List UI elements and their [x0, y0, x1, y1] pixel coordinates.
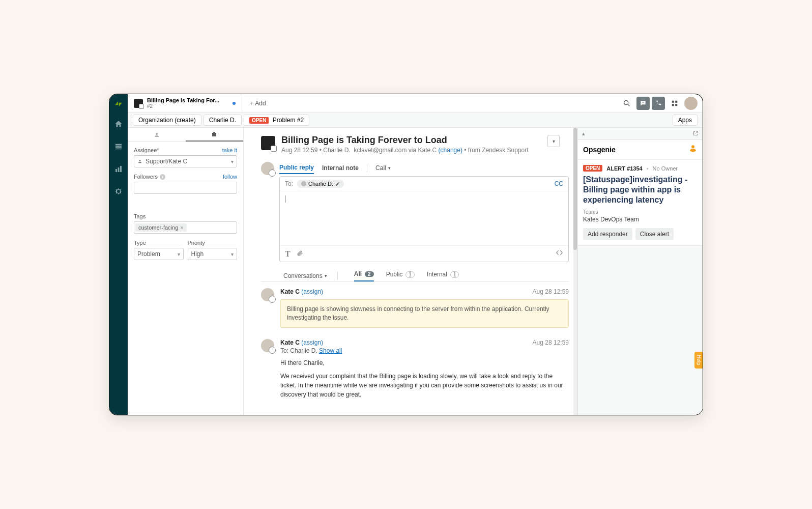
crumb-ticket[interactable]: OPEN Problem #2 [244, 115, 309, 126]
alert-status-badge: OPEN [583, 165, 602, 172]
tags-input[interactable]: customer-facing× [134, 221, 237, 234]
call-tab[interactable]: Call▾ [375, 164, 391, 172]
conv-tab-public[interactable]: Public1 [386, 270, 415, 281]
message-public-reply: Kate C (assign) Aug 28 12:59 To: Charlie… [244, 333, 577, 399]
popout-button[interactable] [692, 129, 699, 138]
requester-tab[interactable] [128, 128, 186, 142]
phone-button[interactable] [652, 97, 665, 110]
ticket-tab-side[interactable] [186, 128, 244, 142]
apps-grid-button[interactable] [668, 97, 681, 110]
tag-chip[interactable]: customer-facing× [135, 223, 187, 232]
chevron-down-icon: ▾ [553, 138, 555, 144]
unsaved-indicator-icon [233, 102, 236, 105]
message-timestamp: Aug 28 12:59 [533, 339, 569, 346]
add-tab-button[interactable]: + Add [242, 100, 273, 107]
chat-button[interactable] [636, 97, 650, 110]
follow-link[interactable]: follow [223, 174, 237, 180]
crumb-organization[interactable]: Organization (create) [133, 115, 201, 126]
internal-note-body: Billing page is showing slowness in conn… [280, 299, 569, 328]
ticket-meta: Aug 28 12:59 • Charlie D. kclavet@gmail.… [281, 147, 541, 154]
public-reply-tab[interactable]: Public reply [279, 162, 314, 174]
teams-label: Teams [583, 209, 698, 215]
chevron-down-icon: ▾ [231, 159, 234, 164]
home-icon[interactable] [114, 120, 123, 131]
svg-rect-11 [675, 100, 677, 102]
add-label: Add [255, 100, 266, 107]
ticket-tab[interactable]: Billing Page is Taking For... #2 [128, 94, 242, 112]
assign-link[interactable]: (assign) [301, 339, 323, 346]
take-it-link[interactable]: take it [222, 147, 237, 153]
assign-link[interactable]: (assign) [301, 288, 323, 295]
tab-subtitle: #2 [147, 103, 219, 109]
assignee-select[interactable]: Support/Kate C ▾ [134, 155, 237, 167]
user-avatar[interactable] [684, 97, 698, 110]
zendesk-logo-icon [114, 99, 123, 108]
close-alert-button[interactable]: Close alert [635, 228, 674, 240]
tags-label: Tags [134, 213, 146, 219]
teams-value: Kates DevOps Team [583, 216, 698, 223]
svg-point-6 [624, 100, 628, 104]
reports-icon[interactable] [114, 164, 123, 176]
author-name: Kate C [280, 339, 300, 346]
help-tab[interactable]: Help [694, 352, 703, 369]
count-all: 2 [365, 271, 374, 277]
collapse-apps-button[interactable]: ▴ [582, 130, 585, 137]
views-icon[interactable] [114, 142, 123, 153]
svg-point-18 [691, 145, 694, 148]
reply-to-line: To: Charlie D. Show all [280, 347, 569, 354]
reply-textarea[interactable] [280, 191, 568, 245]
svg-point-17 [139, 160, 140, 161]
svg-rect-16 [213, 132, 215, 133]
author-avatar [261, 288, 274, 301]
tag-text: customer-facing [138, 224, 178, 231]
ticket-title: Billing Page is Taking Forever to Load [281, 135, 541, 146]
followers-input[interactable] [134, 182, 237, 194]
recipient-chip[interactable]: Charlie D. [297, 180, 344, 188]
remove-tag-icon[interactable]: × [180, 224, 183, 231]
change-requester-link[interactable]: (change) [439, 147, 462, 154]
crumb-ticket-label: Problem #2 [273, 117, 304, 124]
priority-select[interactable]: High▾ [188, 248, 238, 260]
ticket-actions-menu[interactable]: ▾ [547, 135, 560, 147]
count-internal: 1 [450, 271, 459, 278]
reply-composer: To: Charlie D. CC T [279, 176, 569, 262]
type-select[interactable]: Problem▾ [134, 248, 184, 260]
apps-toggle-button[interactable]: Apps [673, 115, 698, 126]
opsgenie-app-card: Opsgenie OPEN ALERT #1354 • No Owner [St… [578, 140, 703, 246]
ticket-icon [134, 99, 143, 108]
attachment-button[interactable] [297, 249, 303, 259]
apps-panel: ▴ Opsgenie OPEN ALERT #1354 • No Owner [577, 128, 703, 415]
left-nav [109, 94, 128, 415]
svg-rect-3 [115, 169, 117, 172]
message-internal-note: Kate C (assign) Aug 28 12:59 Billing pag… [244, 282, 577, 328]
search-button[interactable] [620, 97, 633, 110]
edit-icon[interactable] [335, 182, 340, 186]
conversations-dropdown[interactable]: Conversations▾ [283, 272, 327, 279]
internal-note-tab[interactable]: Internal note [322, 162, 359, 174]
add-responder-button[interactable]: Add responder [583, 228, 632, 240]
scrollbar-thumb[interactable] [573, 128, 577, 250]
svg-rect-4 [118, 167, 120, 172]
chevron-down-icon: ▾ [231, 251, 234, 257]
followers-label: Followers [134, 174, 158, 180]
conv-tab-all[interactable]: All2 [354, 270, 374, 281]
svg-rect-5 [120, 166, 122, 172]
text-format-button[interactable]: T [285, 249, 291, 259]
show-all-link[interactable]: Show all [319, 347, 342, 354]
crumb-requester[interactable]: Charlie D. [204, 115, 242, 126]
tab-title: Billing Page is Taking For... [147, 97, 219, 103]
svg-rect-0 [115, 144, 122, 146]
macro-button[interactable] [556, 249, 563, 259]
ticket-properties-panel: Assignee*take it Support/Kate C ▾ Follow… [128, 128, 244, 415]
opsgenie-icon [688, 144, 698, 155]
author-name: Kate C [280, 288, 300, 295]
cc-button[interactable]: CC [555, 180, 563, 187]
conv-tab-internal[interactable]: Internal1 [427, 270, 459, 281]
chevron-down-icon: ▾ [178, 251, 180, 257]
main-panel: Billing Page is Taking Forever to Load A… [244, 128, 577, 415]
count-public: 1 [405, 271, 415, 278]
settings-icon[interactable] [114, 187, 123, 198]
svg-point-14 [156, 133, 158, 135]
alert-title[interactable]: [Statuspage]investigating - Billing page… [583, 175, 698, 205]
assignee-label: Assignee* [134, 147, 159, 153]
